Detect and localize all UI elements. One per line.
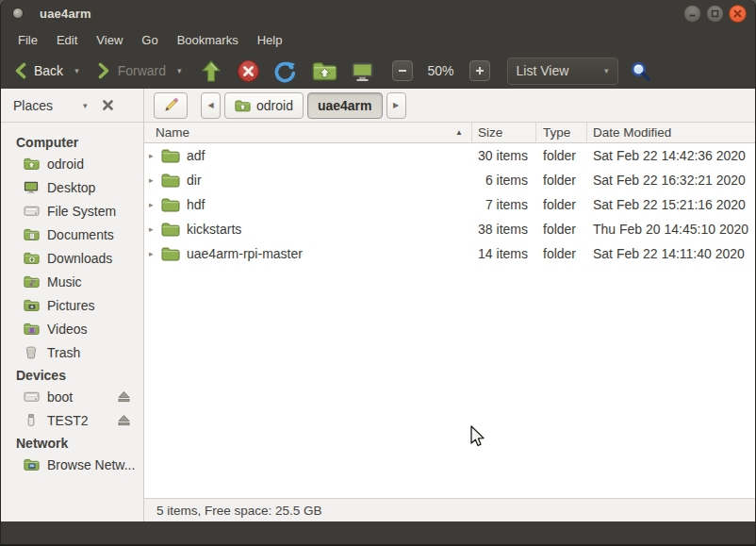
menu-bookmarks[interactable]: Bookmarks — [168, 30, 248, 50]
folder-icon — [161, 173, 180, 188]
back-button[interactable]: Back ▾ — [8, 60, 85, 81]
folder-icon — [161, 222, 180, 237]
sidebar-item-trash[interactable]: Trash — [1, 340, 143, 364]
expander-icon[interactable]: ▸ — [149, 151, 159, 160]
file-size: 30 items — [472, 148, 536, 163]
sidebar-section-network: Network — [1, 432, 143, 453]
file-type: folder — [536, 222, 587, 237]
view-mode-select[interactable]: List View ▾ — [507, 58, 618, 85]
forward-button[interactable]: Forward ▾ — [92, 60, 188, 81]
sidebar-item-test2[interactable]: TEST2 — [1, 408, 143, 432]
table-row-hdf[interactable]: ▸hdf 7 items folder Sat Feb 22 15:21:16 … — [144, 192, 755, 217]
right-arrow-icon: ▶ — [393, 101, 399, 109]
desktop-button[interactable] — [351, 60, 374, 82]
zoom-out-button[interactable] — [392, 60, 413, 81]
expander-icon[interactable]: ▸ — [149, 224, 159, 234]
sidebar-item-label: Browse Netw... — [47, 457, 135, 472]
edit-path-button[interactable] — [154, 92, 188, 119]
path-scroll-right-button[interactable]: ▶ — [386, 92, 406, 119]
home-folder-icon — [235, 99, 251, 112]
menu-go[interactable]: Go — [132, 30, 167, 50]
toolbar: Back ▾ Forward ▾ — [1, 53, 755, 89]
file-name: adf — [187, 148, 205, 163]
file-size: 14 items — [472, 246, 536, 261]
menu-edit[interactable]: Edit — [47, 30, 87, 50]
table-row-uae4arm-rpi-master[interactable]: ▸uae4arm-rpi-master 14 items folder Sat … — [144, 241, 755, 266]
places-sidebar: Computer odroid Desktop File System Docu… — [1, 123, 144, 521]
table-row-dir[interactable]: ▸dir 6 items folder Sat Feb 22 16:32:21 … — [144, 168, 755, 192]
table-row-adf[interactable]: ▸adf 30 items folder Sat Feb 22 14:42:36… — [144, 143, 755, 168]
column-header-date-modified[interactable]: Date Modified — [587, 123, 755, 142]
file-type: folder — [536, 197, 587, 212]
eject-boot-button[interactable] — [117, 390, 131, 403]
file-date-modified: Sat Feb 22 16:32:21 2020 — [587, 173, 755, 188]
sidebar-item-boot[interactable]: boot — [1, 385, 143, 408]
sidebar-item-file-system[interactable]: File System — [1, 199, 143, 223]
close-button[interactable] — [729, 5, 747, 23]
file-date-modified: Sat Feb 22 15:21:16 2020 — [587, 197, 755, 212]
sidebar-item-documents[interactable]: Documents — [1, 223, 143, 246]
menu-file[interactable]: File — [8, 30, 47, 50]
sidebar-item-desktop[interactable]: Desktop — [1, 175, 143, 199]
sidebar-item-label: Music — [47, 274, 82, 290]
menu-help[interactable]: Help — [248, 30, 292, 50]
path-scroll-left-button[interactable]: ◀ — [201, 92, 221, 119]
titlebar[interactable]: uae4arm — [1, 0, 755, 26]
table-row-kickstarts[interactable]: ▸kickstarts 38 items folder Thu Feb 20 1… — [144, 217, 755, 241]
sidebar-item-videos[interactable]: Videos — [1, 317, 143, 340]
column-header-type[interactable]: Type — [536, 123, 587, 142]
sidebar-item-downloads[interactable]: Downloads — [1, 246, 143, 270]
expander-icon[interactable]: ▸ — [149, 249, 159, 258]
breadcrumb-uae4arm[interactable]: uae4arm — [307, 92, 383, 119]
refresh-button[interactable] — [273, 59, 297, 83]
places-caret-icon[interactable]: ▾ — [83, 101, 88, 110]
pathbar: Places ▾ ◀ odroid uae4arm ▶ — [1, 89, 755, 123]
up-button[interactable] — [201, 59, 222, 83]
view-mode-caret-icon: ▾ — [604, 66, 609, 75]
home-folder-icon — [24, 157, 40, 171]
sidebar-item-label: File System — [47, 204, 116, 219]
sidebar-item-odroid[interactable]: odroid — [1, 152, 143, 175]
back-history-caret[interactable]: ▾ — [74, 66, 79, 75]
pencil-icon — [163, 97, 179, 113]
desktop-icon — [351, 60, 374, 82]
close-icon — [733, 9, 742, 18]
file-size: 7 items — [472, 197, 536, 212]
music-folder-icon — [24, 274, 40, 289]
sidebar-section-computer: Computer — [1, 131, 143, 152]
menu-view[interactable]: View — [87, 30, 132, 50]
stop-button[interactable] — [237, 59, 260, 83]
eject-test2-button[interactable] — [117, 414, 131, 426]
breadcrumb-label: odroid — [256, 98, 293, 113]
maximize-button[interactable] — [706, 5, 724, 23]
close-pane-icon — [103, 100, 113, 110]
file-list-pane: Name ▲ Size Type Date Modified ▸adf 30 i… — [144, 123, 755, 521]
breadcrumb-label: uae4arm — [318, 98, 372, 113]
stop-icon — [237, 59, 260, 83]
sidebar-item-pictures[interactable]: Pictures — [1, 293, 143, 317]
home-button[interactable] — [312, 60, 337, 81]
sidebar-item-music[interactable]: Music — [1, 270, 143, 293]
eject-icon — [117, 414, 131, 426]
forward-history-caret[interactable]: ▾ — [177, 66, 182, 75]
search-icon — [630, 60, 651, 82]
places-selector[interactable]: Places — [13, 98, 53, 113]
search-button[interactable] — [630, 60, 651, 82]
sidebar-item-label: Desktop — [47, 180, 95, 195]
file-name: kickstarts — [187, 222, 241, 237]
zoom-in-icon — [475, 66, 485, 75]
side-pane-close-button[interactable] — [103, 100, 113, 110]
maximize-icon — [711, 9, 719, 18]
zoom-in-button[interactable] — [469, 60, 490, 81]
sidebar-item-label: Documents — [47, 227, 114, 242]
expander-icon[interactable]: ▸ — [149, 175, 159, 185]
usb-icon — [24, 413, 40, 427]
minimize-button[interactable] — [683, 5, 701, 23]
sidebar-item-label: Trash — [47, 345, 80, 360]
column-header-size[interactable]: Size — [472, 123, 536, 142]
column-header-name[interactable]: Name ▲ — [144, 123, 472, 142]
file-date-modified: Thu Feb 20 14:45:10 2020 — [587, 222, 755, 237]
sidebar-item-browse-network[interactable]: Browse Netw... — [1, 453, 143, 476]
expander-icon[interactable]: ▸ — [149, 200, 159, 209]
breadcrumb-odroid[interactable]: odroid — [224, 92, 304, 119]
